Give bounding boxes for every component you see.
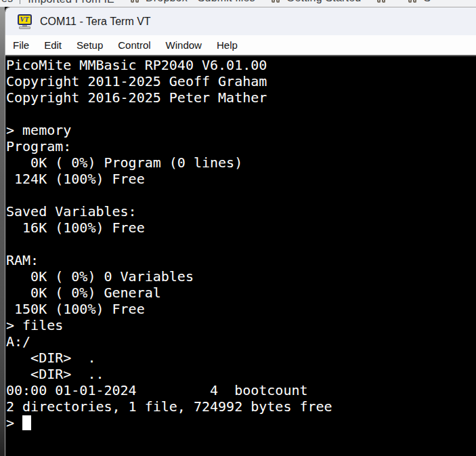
terminal-line: <DIR> .. [6,366,476,382]
window-title: COM11 - Tera Term VT [40,16,151,28]
terminal-line: 0K ( 0%) 0 Variables [6,268,476,285]
terminal-line: 150K (100%) Free [6,301,476,317]
menu-file[interactable]: File [5,35,37,55]
terminal-screen[interactable]: PicoMite MMBasic RP2040 V6.01.00Copyrigh… [5,55,476,456]
terminal-line: <DIR> . [6,350,476,366]
terminal-line: 0K ( 0%) Program (0 lines) [6,154,476,171]
bookmark-label: S [423,0,431,4]
terminal-line: RAM: [6,252,476,268]
bookmark-item[interactable]: Getting Started [272,0,362,4]
menu-setup[interactable]: Setup [69,35,110,55]
bookmark-label: Getting Started [286,0,362,4]
terminal-line: Copyright 2016-2025 Peter Mather [6,89,476,106]
terminal-line: 2 directories, 1 file, 724992 bytes free [6,398,476,415]
terminal-cursor [22,415,31,430]
background-window-edge [0,7,5,456]
terminal-prompt-line: > [6,415,476,431]
bookmark-label: Imported From IE [28,0,114,5]
terminal-line: PicoMite MMBasic RP2040 V6.01.00 [6,57,476,73]
terminal-line: 0K ( 0%) General [6,285,476,301]
bookmark-favicon-icon [377,0,387,3]
browser-bookmarks-bar: es Imported From IEDropbox - Submit file… [0,0,476,7]
menu-control[interactable]: Control [110,35,158,55]
bookmark-item[interactable]: S [408,0,431,4]
vt-icon-screen: VT [18,14,32,25]
terminal-line [6,106,476,122]
menu-edit[interactable]: Edit [37,35,69,55]
titlebar[interactable]: VT COM11 - Tera Term VT [5,7,476,35]
bookmark-favicon-icon [131,0,141,3]
terminal-line: 16K (100%) Free [6,220,476,236]
bookmark-favicon-icon [272,0,282,3]
bookmark-favicon-icon [408,0,418,3]
bookmark-label: Dropbox - Submit files [146,0,255,4]
terminal-line: A:/ [6,333,476,350]
bookmarks-row: es Imported From IEDropbox - Submit file… [1,0,447,7]
bookmark-item[interactable]: Dropbox - Submit files [131,0,255,4]
terminal-line [6,187,476,203]
vt-icon-base [19,26,30,29]
terminal-line: > memory [6,122,476,138]
terminal-line [6,236,476,252]
terminal-line: Program: [6,138,476,154]
terminal-line: > files [6,317,476,333]
terminal-line: 00:00 01-01-2024 4 bootcount [6,382,476,398]
menu-help[interactable]: Help [209,35,245,55]
terminal-output: PicoMite MMBasic RP2040 V6.01.00Copyrigh… [6,57,476,415]
teraterm-vt-icon[interactable]: VT [17,14,32,29]
terminal-prompt: > [6,415,22,431]
menu-window[interactable]: Window [158,35,209,55]
bookmarks-divider [20,0,20,4]
screen: es Imported From IEDropbox - Submit file… [0,0,476,456]
terminal-line: 124K (100%) Free [6,171,476,187]
terminal-line: Copyright 2011-2025 Geoff Graham [6,73,476,89]
bookmark-item[interactable] [377,0,392,3]
terminal-line: Saved Variables: [6,203,476,220]
teraterm-window: VT COM11 - Tera Term VT FileEditSetupCon… [5,7,476,456]
bookmark-item[interactable]: Imported From IE [28,0,114,5]
menu-bar: FileEditSetupControlWindowHelp [5,35,476,55]
bookmark-overflow-label[interactable]: es [1,0,13,5]
bookmark-items: Imported From IEDropbox - Submit filesGe… [28,0,447,5]
